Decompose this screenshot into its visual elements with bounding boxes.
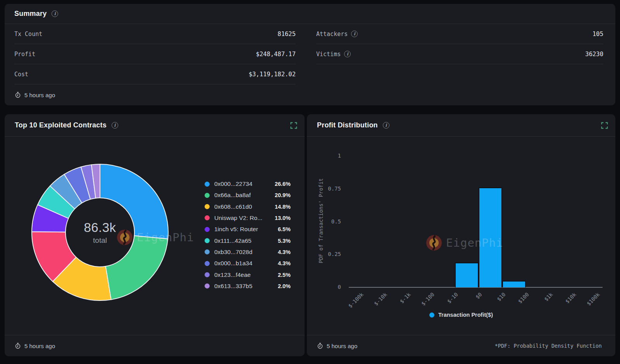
clock-icon	[15, 92, 21, 98]
row-value: $3,119,182.02	[249, 71, 296, 78]
row-label-group: Victimsi	[316, 51, 351, 58]
legend-label: Uniswap V2: Ro...	[214, 215, 270, 221]
exploited-contracts-card: Top 10 Exploited Contracts i 86.3k total	[5, 114, 305, 356]
donut-slice-0x000...22734[interactable]	[100, 164, 168, 239]
donut-legend: 0x000...2273426.6%0x66a...ba8af20.9%0x60…	[205, 179, 291, 291]
legend-label: 0xb30...7028d	[214, 249, 273, 256]
legend-label: 0x000...b1a34	[214, 260, 273, 267]
row-value: 105	[592, 31, 603, 38]
legend-item[interactable]: 0x123...f4eae2.5%	[205, 270, 291, 280]
info-icon[interactable]: i	[112, 122, 118, 129]
clock-icon	[317, 343, 323, 349]
last-updated: 5 hours ago	[15, 343, 55, 349]
legend-percent: 20.9%	[275, 192, 291, 198]
legend-percent: 4.3%	[278, 249, 291, 255]
row-value: 36230	[585, 51, 603, 58]
legend-dot	[205, 215, 210, 220]
summary-left-column: Tx Count81625Profit$248,487.17Cost$3,119…	[14, 24, 296, 84]
row-label: Profit	[14, 51, 35, 58]
y-tick-label: 0.25	[318, 251, 341, 257]
summary-row: Cost$3,119,182.02	[14, 64, 296, 84]
legend-dot	[205, 249, 210, 254]
pdf-footnote: *PDF: Probability Density Function	[495, 343, 602, 349]
summary-right-column: Attackersi105Victimsi36230	[316, 24, 603, 84]
x-tick-text: $-10k	[373, 291, 388, 307]
legend-dot	[205, 261, 210, 266]
legend-item[interactable]: 0xb30...7028d4.3%	[205, 247, 291, 257]
histogram-bar[interactable]	[455, 263, 479, 287]
legend-dot	[205, 182, 210, 187]
histogram-bar[interactable]	[502, 281, 526, 287]
histogram-bar[interactable]	[479, 187, 502, 287]
profit-footer: 5 hours ago *PDF: Probability Density Fu…	[307, 335, 615, 356]
profit-header: Profit Distribution i	[307, 114, 615, 137]
legend-item[interactable]: 0x111...42a655.3%	[205, 236, 291, 246]
legend-dot	[205, 272, 210, 277]
legend-item[interactable]: 1inch v5: Router6.5%	[205, 225, 291, 234]
legend-item[interactable]: 0x000...b1a344.3%	[205, 259, 291, 268]
updated-text: 5 hours ago	[327, 343, 357, 349]
summary-card: Summary i Tx Count81625Profit$248,487.17…	[5, 4, 615, 105]
legend-item[interactable]: 0x613...337b52.0%	[205, 282, 291, 291]
y-tick-label: 1	[318, 153, 341, 159]
histogram-chart-area: PDF of Transactions' Profit 00.250.50.75…	[307, 137, 615, 335]
x-tick-text: $-100k	[347, 291, 365, 309]
x-tick-text: $1k	[543, 291, 554, 302]
row-label-group: Tx Count	[14, 31, 42, 38]
legend-label: 0x66a...ba8af	[214, 192, 270, 199]
x-tick-text: $0	[474, 291, 483, 300]
legend-dot	[429, 312, 434, 318]
legend-dot	[205, 204, 210, 209]
contracts-title: Top 10 Exploited Contracts	[15, 121, 107, 129]
legend-item[interactable]: 0x608...c61d014.8%	[205, 202, 291, 211]
donut-chart: 86.3k total	[30, 163, 170, 302]
legend-percent: 4.3%	[278, 260, 291, 266]
legend-label: 0x123...f4eae	[214, 271, 273, 278]
donut-chart-area: 86.3k total EigenPhi 0x000...2273426.6%0…	[5, 137, 305, 335]
expand-icon[interactable]	[290, 122, 297, 129]
row-value: 81625	[277, 31, 296, 38]
row-label: Attackers	[316, 31, 348, 38]
legend-item[interactable]: 0x66a...ba8af20.9%	[205, 191, 291, 200]
updated-text: 5 hours ago	[24, 343, 55, 349]
donut-slice-0x66a...ba8af[interactable]	[105, 236, 168, 300]
legend-label: Transaction Profit($)	[438, 312, 493, 318]
x-tick-text: $10k	[564, 291, 577, 304]
row-label-group: Cost	[14, 71, 28, 78]
info-icon[interactable]: i	[383, 122, 389, 129]
summary-footer: 5 hours ago	[5, 84, 615, 105]
profit-title: Profit Distribution	[317, 121, 378, 129]
x-tick-text: $-10	[446, 291, 459, 304]
info-icon[interactable]: i	[344, 51, 351, 57]
row-label-group: Attackersi	[316, 31, 358, 38]
updated-text: 5 hours ago	[24, 92, 55, 98]
x-tick-text: $100	[517, 291, 530, 304]
eigenphi-logo-icon	[426, 235, 442, 251]
legend-item[interactable]: 0x000...2273426.6%	[205, 179, 291, 189]
summary-body: Tx Count81625Profit$248,487.17Cost$3,119…	[5, 24, 615, 84]
y-tick-label: 0	[318, 284, 341, 290]
info-icon[interactable]: i	[351, 31, 358, 37]
legend-percent: 6.5%	[278, 226, 291, 232]
info-icon[interactable]: i	[52, 10, 58, 17]
expand-icon[interactable]	[601, 122, 608, 129]
summary-row: Attackersi105	[316, 24, 603, 44]
row-value: $248,487.17	[256, 51, 296, 58]
legend-item[interactable]: Uniswap V2: Ro...13.0%	[205, 213, 291, 223]
series-legend[interactable]: Transaction Profit($)	[307, 312, 615, 318]
legend-label: 1inch v5: Router	[214, 226, 273, 233]
y-tick-label: 0.75	[318, 185, 341, 192]
contracts-footer: 5 hours ago	[5, 335, 305, 356]
legend-percent: 26.6%	[275, 181, 291, 187]
histogram-plot: PDF of Transactions' Profit 00.250.50.75…	[307, 137, 615, 335]
summary-title: Summary	[14, 10, 46, 18]
legend-dot	[205, 283, 210, 288]
summary-header: Summary i	[5, 4, 615, 24]
x-tick-text: $-1k	[399, 291, 412, 304]
legend-percent: 2.0%	[278, 283, 291, 289]
legend-dot	[205, 193, 210, 198]
row-label: Tx Count	[14, 31, 42, 38]
legend-percent: 2.5%	[278, 272, 291, 278]
legend-percent: 14.8%	[275, 204, 291, 210]
row-label: Cost	[14, 71, 28, 78]
